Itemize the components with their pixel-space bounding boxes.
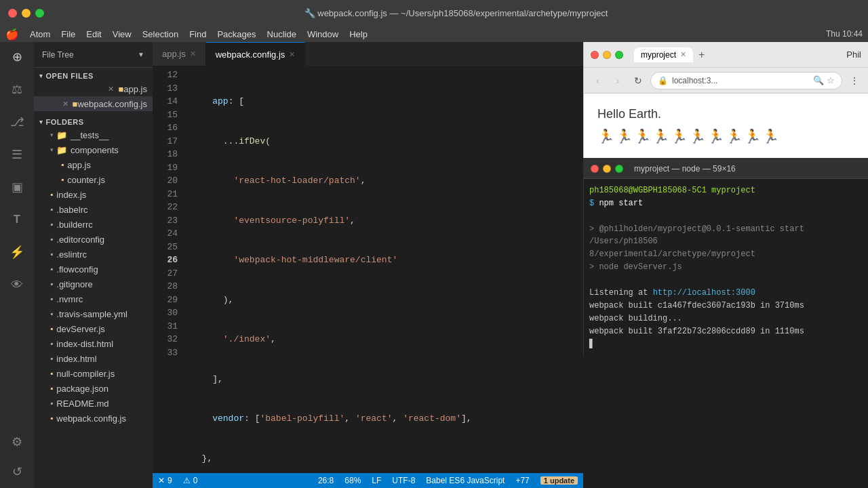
tree-null-compiler[interactable]: ▪ null-compiler.js — [34, 366, 153, 381]
code-line-18: './index', — [191, 333, 583, 346]
warning-count-value: 0 — [193, 476, 198, 485]
menu-file[interactable]: File — [61, 29, 75, 39]
components-appjs-icon: ▪ — [61, 160, 64, 169]
browser-back-button[interactable]: ‹ — [589, 73, 606, 89]
tab-webpackjs-close-icon[interactable]: ✕ — [289, 50, 295, 59]
menu-help[interactable]: Help — [349, 29, 368, 39]
tree-gitignore[interactable]: ▪ .gitignore — [34, 277, 153, 291]
menu-selection[interactable]: Selection — [142, 29, 178, 39]
nullcomp-icon: ▪ — [50, 369, 53, 378]
star-icon[interactable]: ☆ — [827, 75, 835, 85]
tree-app-js[interactable]: ▪ app.js — [34, 157, 153, 172]
terminal-line-7 — [589, 274, 863, 286]
activity-refresh-icon[interactable]: ↺ — [7, 462, 26, 481]
menu-find[interactable]: Find — [189, 29, 206, 39]
browser-fullscreen-button[interactable] — [615, 51, 623, 59]
browser-close-button[interactable] — [591, 51, 599, 59]
tree-editorconfig[interactable]: ▪ .editorconfig — [34, 232, 153, 247]
tree-eslintrc[interactable]: ▪ .eslintrc — [34, 247, 153, 262]
open-files-header[interactable]: ▾ OPEN FILES — [34, 70, 153, 81]
tree-travis[interactable]: ▪ .travis-sample.yml — [34, 306, 153, 321]
tab-appjs-close-icon[interactable]: ✕ — [190, 49, 196, 58]
browser-new-tab-button[interactable]: + — [698, 49, 705, 61]
address-bar[interactable]: 🔒 localhost:3... 🔍 ☆ — [650, 72, 842, 89]
browser-user-name: Phil — [846, 49, 861, 60]
terminal-close-button[interactable] — [591, 165, 599, 173]
syntax-mode[interactable]: Babel ES6 JavaScript — [426, 476, 505, 485]
warning-icon: ⚠ — [183, 476, 191, 485]
tree-flowconfig[interactable]: ▪ .flowconfig — [34, 262, 153, 277]
menu-packages[interactable]: Packages — [217, 29, 256, 39]
code-line-20: vendor: ['babel-polyfill', 'react', 'rea… — [191, 412, 583, 426]
folders-header[interactable]: ▾ FOLDERS — [34, 117, 153, 127]
terminal-line-11: webpack built 3faf22b73c2806ccdd89 in 11… — [589, 325, 863, 338]
menu-atom[interactable]: Atom — [30, 29, 50, 39]
code-area[interactable]: app: [ ...ifDev( 'react-hot-loader/patch… — [183, 66, 583, 473]
update-badge[interactable]: 1 update — [540, 476, 578, 485]
tree-webpack-config[interactable]: ▪ webpack.config.js — [34, 411, 153, 426]
close-button[interactable] — [8, 9, 17, 18]
zoom-level[interactable]: 68% — [344, 476, 361, 485]
browser-tab-myproject[interactable]: myproject ✕ — [634, 47, 693, 62]
activity-balance-icon[interactable]: ⚖ — [7, 80, 26, 99]
browser-tab-close-icon[interactable]: ✕ — [680, 50, 686, 59]
tree-package-json[interactable]: ▪ package.json — [34, 381, 153, 396]
tree-devserver[interactable]: ▪ devServer.js — [34, 321, 153, 336]
git-diff[interactable]: +77 — [515, 476, 529, 485]
terminal-minimize-button[interactable] — [603, 165, 611, 173]
browser-title-bar: myproject ✕ + Phil — [584, 42, 868, 68]
window-title: 🔧 webpack.config.js — ~/Users/ph185068/e… — [304, 8, 608, 18]
tree-counter-js[interactable]: ▪ counter.js — [34, 172, 153, 187]
travis-label: .travis-sample.yml — [56, 309, 127, 319]
tree-index-js[interactable]: ▪ index.js — [34, 187, 153, 202]
open-file-appjs[interactable]: ✕ ■ app.js — [34, 81, 153, 96]
tab-webpackjs[interactable]: webpack.config.js ✕ — [206, 42, 306, 66]
menu-window[interactable]: Window — [307, 29, 338, 39]
code-line-14: 'react-hot-loader/patch', — [191, 174, 583, 188]
tree-components-folder[interactable]: ▾ 📁 components — [34, 142, 153, 157]
search-icon[interactable]: 🔍 — [813, 75, 824, 85]
tree-tests-folder[interactable]: ▾ 📁 __tests__ — [34, 127, 153, 142]
browser-minimize-button[interactable] — [603, 51, 611, 59]
editorconfig-label: .editorconfig — [56, 235, 104, 245]
activity-grid-icon[interactable]: ▣ — [7, 178, 26, 197]
file-encoding[interactable]: UTF-8 — [392, 476, 415, 485]
activity-eye-icon[interactable]: 👁 — [7, 275, 26, 294]
minimize-button[interactable] — [22, 9, 31, 18]
terminal-line-9: webpack built c1a467fdec3607ac193b in 37… — [589, 300, 863, 312]
activity-list-icon[interactable]: ☰ — [7, 145, 26, 164]
tab-appjs[interactable]: app.js ✕ — [153, 42, 206, 66]
browser-more-button[interactable]: ⋮ — [846, 73, 863, 89]
tree-builderrc[interactable]: ▪ .builderrc — [34, 217, 153, 232]
browser-forward-button[interactable]: › — [610, 73, 626, 89]
error-count[interactable]: ✕ 9 — [158, 476, 172, 485]
activity-settings-icon[interactable]: ⚙ — [7, 432, 26, 451]
fullscreen-button[interactable] — [35, 9, 44, 18]
activity-files-icon[interactable]: ⊕ — [7, 47, 26, 66]
tree-index-html[interactable]: ▪ index.html — [34, 351, 153, 366]
close-appjs-icon[interactable]: ✕ — [108, 85, 114, 94]
line-ending[interactable]: LF — [372, 476, 381, 485]
apple-menu[interactable]: 🍎 — [5, 28, 19, 41]
browser-refresh-button[interactable]: ↻ — [630, 73, 646, 89]
activity-bar: ⊕ ⚖ ⎇ ☰ ▣ T ⚡ 👁 ⚙ ↺ — [0, 42, 34, 488]
sidebar-dropdown-icon[interactable]: ▼ — [138, 51, 144, 58]
activity-git-icon[interactable]: ⎇ — [7, 113, 26, 131]
close-webpackjs-icon[interactable]: ✕ — [62, 100, 68, 108]
menu-nuclide[interactable]: Nuclide — [267, 29, 296, 39]
sidebar-header: File Tree ▼ — [34, 42, 153, 68]
tree-nvmrc[interactable]: ▪ .nvmrc — [34, 291, 153, 306]
cursor-position[interactable]: 26:8 — [318, 476, 334, 485]
warning-count[interactable]: ⚠ 0 — [183, 476, 198, 485]
activity-type-icon[interactable]: T — [7, 210, 26, 229]
terminal-content[interactable]: ph185068@WGBPH185068-5C1 myproject $ npm… — [584, 179, 868, 357]
tree-babelrc[interactable]: ▪ .babelrc — [34, 202, 153, 217]
menu-edit[interactable]: Edit — [86, 29, 101, 39]
activity-lightning-icon[interactable]: ⚡ — [7, 243, 26, 262]
open-file-webpackjs[interactable]: ✕ ■ webpack.config.js — [34, 96, 153, 111]
gitignore-icon: ▪ — [50, 279, 53, 289]
tree-readme[interactable]: ▪ README.md — [34, 396, 153, 411]
terminal-fullscreen-button[interactable] — [615, 165, 623, 173]
menu-view[interactable]: View — [113, 29, 132, 39]
tree-index-dist[interactable]: ▪ index-dist.html — [34, 336, 153, 351]
